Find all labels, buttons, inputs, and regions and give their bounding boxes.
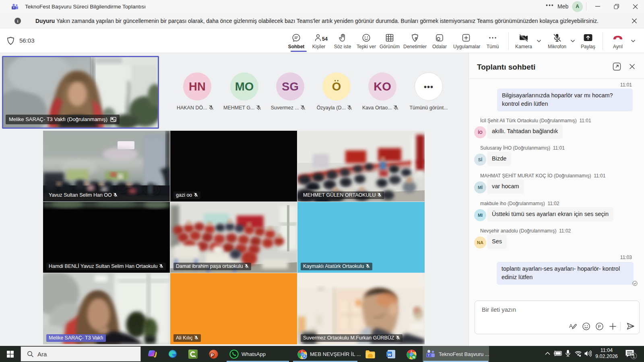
svg-text:P: P <box>598 324 601 329</box>
svg-text:1: 1 <box>632 354 635 358</box>
svg-text:P: P <box>211 353 214 358</box>
svg-text:T: T <box>428 354 430 357</box>
svg-text:N: N <box>413 355 415 359</box>
svg-text:W: W <box>388 352 391 357</box>
svg-text:A: A <box>569 323 573 329</box>
